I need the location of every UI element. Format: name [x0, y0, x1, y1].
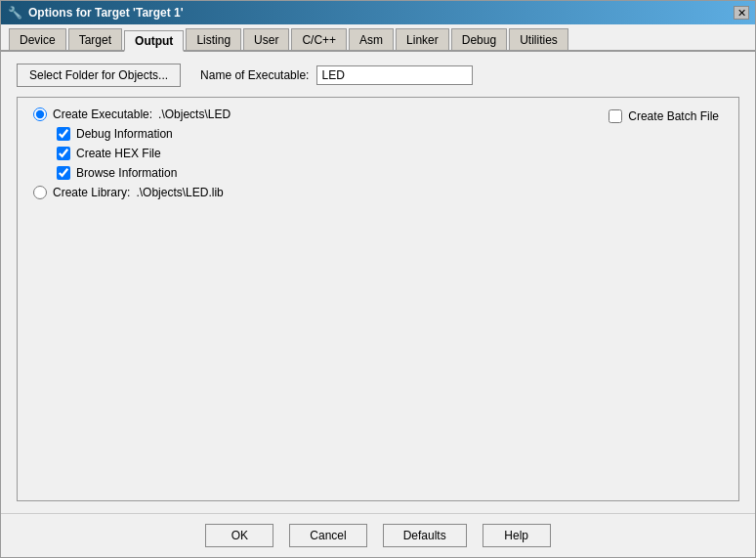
tab-utilities[interactable]: Utilities: [509, 28, 568, 50]
debug-info-label: Debug Information: [76, 127, 173, 141]
browse-info-label: Browse Information: [76, 166, 177, 180]
app-icon: 🔧: [7, 5, 22, 21]
name-executable-row: Name of Executable:: [200, 65, 739, 85]
title-bar: 🔧 Options for Target 'Target 1' ✕: [1, 1, 755, 24]
create-batch-file-row: Create Batch File: [609, 109, 719, 123]
debug-info-row: Debug Information: [57, 127, 723, 141]
name-executable-input[interactable]: [316, 65, 473, 85]
output-group-box: Create Executable: .\Objects\LED Debug I…: [17, 97, 739, 501]
top-row: Select Folder for Objects... Name of Exe…: [17, 64, 739, 87]
create-library-label: Create Library:: [53, 186, 130, 199]
create-hex-checkbox[interactable]: [57, 147, 70, 160]
tab-target[interactable]: Target: [68, 28, 122, 50]
create-batch-file-label: Create Batch File: [628, 109, 719, 123]
debug-info-checkbox[interactable]: [57, 127, 70, 141]
tabs-bar: Device Target Output Listing User C/C++ …: [1, 24, 755, 52]
tab-user[interactable]: User: [243, 28, 289, 50]
tab-output[interactable]: Output: [124, 30, 184, 52]
tab-listing[interactable]: Listing: [186, 28, 241, 50]
bottom-bar: OK Cancel Defaults Help: [1, 513, 755, 557]
create-executable-radio[interactable]: [33, 107, 47, 121]
close-button[interactable]: ✕: [734, 6, 749, 20]
help-button[interactable]: Help: [483, 524, 551, 547]
content-area: Select Folder for Objects... Name of Exe…: [1, 52, 755, 513]
tab-device[interactable]: Device: [9, 28, 66, 50]
create-hex-row: Create HEX File: [57, 147, 723, 160]
defaults-button[interactable]: Defaults: [383, 524, 467, 547]
tab-cpp[interactable]: C/C++: [291, 28, 347, 50]
ok-button[interactable]: OK: [205, 524, 273, 547]
create-library-row: Create Library: .\Objects\LED.lib: [33, 186, 723, 199]
tab-linker[interactable]: Linker: [396, 28, 449, 50]
name-executable-label: Name of Executable:: [200, 68, 309, 82]
create-executable-label: Create Executable:: [53, 107, 152, 121]
browse-info-row: Browse Information: [57, 166, 723, 180]
tab-asm[interactable]: Asm: [349, 28, 394, 50]
browse-info-checkbox[interactable]: [57, 166, 70, 180]
create-hex-label: Create HEX File: [76, 147, 161, 160]
select-folder-button[interactable]: Select Folder for Objects...: [17, 64, 181, 87]
create-executable-path: .\Objects\LED: [158, 107, 231, 121]
create-library-radio[interactable]: [33, 186, 47, 199]
window-title: Options for Target 'Target 1': [28, 6, 184, 20]
tab-debug[interactable]: Debug: [451, 28, 507, 50]
create-library-path: .\Objects\LED.lib: [136, 186, 223, 199]
cancel-button[interactable]: Cancel: [289, 524, 366, 547]
main-window: 🔧 Options for Target 'Target 1' ✕ Device…: [0, 0, 756, 558]
create-batch-file-checkbox[interactable]: [609, 109, 622, 123]
